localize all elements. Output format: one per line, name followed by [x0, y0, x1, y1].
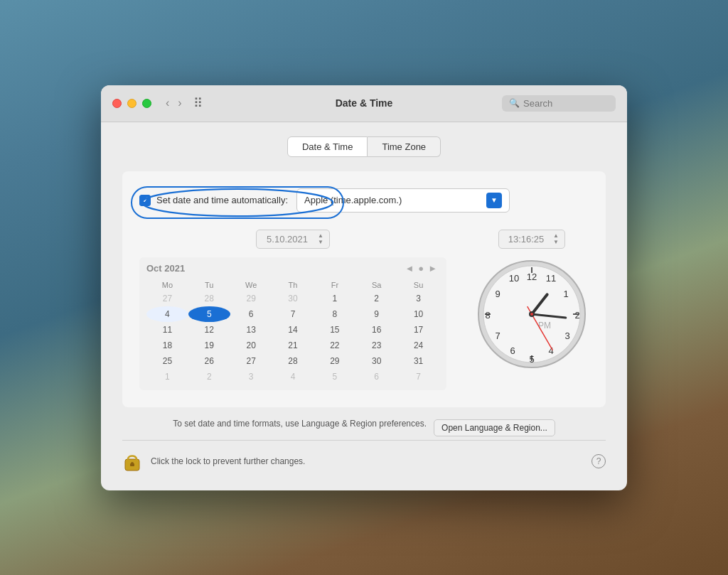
- help-button[interactable]: ?: [592, 454, 606, 468]
- cal-header-tu: Tu: [188, 279, 230, 291]
- cal-day[interactable]: 29: [230, 291, 272, 306]
- calendar: Oct 2021 ◄ ● ► Mo Tu We Th Fr Sa: [139, 257, 446, 390]
- svg-text:12: 12: [527, 272, 537, 282]
- tab-date-time[interactable]: Date & Time: [287, 136, 368, 157]
- date-value: 5.10.2021: [262, 234, 312, 244]
- system-preferences-window: ‹ › ⠿ Date & Time 🔍 Date & Time Time Zon…: [101, 85, 627, 490]
- cal-day[interactable]: 26: [188, 353, 230, 369]
- auto-set-checkbox[interactable]: ✓: [139, 195, 151, 206]
- date-spinner-arrows: ▲ ▼: [318, 233, 323, 245]
- svg-point-29: [131, 462, 134, 465]
- server-dropdown[interactable]: Apple (time.apple.com.) ▼: [296, 188, 510, 213]
- cal-day[interactable]: 11: [146, 322, 188, 338]
- cal-day[interactable]: 19: [188, 338, 230, 353]
- time-spinner-arrows: ▲ ▼: [553, 233, 559, 245]
- time-up-arrow[interactable]: ▲: [553, 233, 559, 239]
- calendar-next-button[interactable]: ►: [426, 263, 439, 274]
- calendar-month-year: Oct 2021: [146, 263, 402, 274]
- cal-day[interactable]: 21: [272, 338, 314, 353]
- cal-day[interactable]: 25: [146, 353, 188, 369]
- cal-day[interactable]: 29: [314, 353, 355, 369]
- cal-day[interactable]: 30: [272, 291, 314, 306]
- cal-day[interactable]: 15: [314, 322, 355, 338]
- svg-text:3: 3: [564, 331, 569, 341]
- time-input-row: 13:16:25 ▲ ▼: [498, 230, 565, 249]
- cal-day[interactable]: 7: [272, 306, 314, 322]
- svg-text:10: 10: [509, 273, 519, 284]
- cal-day[interactable]: 10: [397, 306, 439, 322]
- svg-point-26: [530, 313, 533, 316]
- cal-day[interactable]: 4: [272, 369, 314, 385]
- calendar-prev-button[interactable]: ◄: [402, 263, 416, 274]
- cal-header-sa: Sa: [355, 279, 397, 291]
- search-bar[interactable]: 🔍: [502, 95, 616, 112]
- cal-day[interactable]: 24: [397, 338, 439, 353]
- server-name: Apple (time.apple.com.): [304, 195, 486, 205]
- forward-button[interactable]: ›: [175, 96, 184, 110]
- cal-day[interactable]: 27: [230, 353, 272, 369]
- cal-day[interactable]: 6: [230, 306, 272, 322]
- cal-day[interactable]: 28: [188, 291, 230, 306]
- cal-day[interactable]: 18: [146, 338, 188, 353]
- cal-day[interactable]: 3: [230, 369, 272, 385]
- date-down-arrow[interactable]: ▼: [318, 240, 323, 245]
- cal-header-fr: Fr: [314, 279, 355, 291]
- datetime-area: 5.10.2021 ▲ ▼ Oct 2021 ◄ ●: [139, 230, 589, 390]
- window-title: Date & Time: [336, 97, 393, 109]
- cal-day[interactable]: 16: [355, 322, 397, 338]
- svg-text:2: 2: [574, 310, 579, 321]
- tab-time-zone[interactable]: Time Zone: [368, 136, 441, 157]
- cal-day[interactable]: 20: [230, 338, 272, 353]
- cal-day[interactable]: 9: [355, 306, 397, 322]
- svg-text:11: 11: [546, 273, 556, 284]
- lock-icon[interactable]: [122, 449, 142, 473]
- cal-day[interactable]: 1: [146, 369, 188, 385]
- lock-bar: Click the lock to prevent further change…: [122, 440, 606, 473]
- cal-day[interactable]: 3: [397, 291, 439, 306]
- maximize-button[interactable]: [142, 99, 151, 108]
- cal-day[interactable]: 5: [314, 369, 355, 385]
- cal-day[interactable]: 23: [355, 338, 397, 353]
- date-up-arrow[interactable]: ▲: [318, 233, 323, 239]
- time-spinner[interactable]: 13:16:25 ▲ ▼: [498, 230, 565, 249]
- back-button[interactable]: ‹: [163, 96, 172, 110]
- cal-day[interactable]: 13: [230, 322, 272, 338]
- cal-day[interactable]: 22: [314, 338, 355, 353]
- date-spinner[interactable]: 5.10.2021 ▲ ▼: [256, 230, 330, 249]
- date-input-row: 5.10.2021 ▲ ▼: [139, 230, 446, 249]
- cal-day[interactable]: 17: [397, 322, 439, 338]
- footer-info-text: To set date and time formats, use Langua…: [173, 419, 427, 429]
- search-input[interactable]: [523, 98, 609, 109]
- cal-header-we: We: [230, 279, 272, 291]
- svg-text:8: 8: [485, 310, 490, 321]
- clock-svg: 12 1 2 3 4 5 6 7 8 9 10 11: [475, 257, 589, 371]
- open-language-region-button[interactable]: Open Language & Region...: [434, 419, 555, 436]
- nav-buttons: ‹ ›: [163, 96, 185, 110]
- svg-text:7: 7: [495, 331, 500, 341]
- traffic-lights: [112, 99, 151, 108]
- cal-day[interactable]: 27: [146, 291, 188, 306]
- cal-day[interactable]: 7: [397, 369, 439, 385]
- calendar-dot[interactable]: ●: [416, 263, 426, 274]
- cal-header-th: Th: [272, 279, 314, 291]
- cal-day[interactable]: 12: [188, 322, 230, 338]
- calendar-grid: Mo Tu We Th Fr Sa Su 27 28 29 30: [146, 279, 439, 385]
- auto-set-label: Set date and time automatically:: [156, 195, 288, 205]
- grid-icon[interactable]: ⠿: [193, 95, 203, 111]
- cal-day[interactable]: 14: [272, 322, 314, 338]
- cal-day[interactable]: 31: [397, 353, 439, 369]
- calendar-header: Oct 2021 ◄ ● ►: [146, 263, 439, 274]
- cal-day[interactable]: 28: [272, 353, 314, 369]
- cal-day-today[interactable]: 5: [188, 306, 230, 322]
- close-button[interactable]: [112, 99, 122, 108]
- cal-day[interactable]: 1: [314, 291, 355, 306]
- cal-day[interactable]: 2: [188, 369, 230, 385]
- svg-text:1: 1: [563, 289, 568, 299]
- cal-day[interactable]: 2: [355, 291, 397, 306]
- minimize-button[interactable]: [127, 99, 136, 108]
- cal-day[interactable]: 6: [355, 369, 397, 385]
- cal-day[interactable]: 8: [314, 306, 355, 322]
- time-down-arrow[interactable]: ▼: [553, 240, 559, 245]
- cal-day[interactable]: 30: [355, 353, 397, 369]
- cal-day-4[interactable]: 4: [146, 306, 188, 322]
